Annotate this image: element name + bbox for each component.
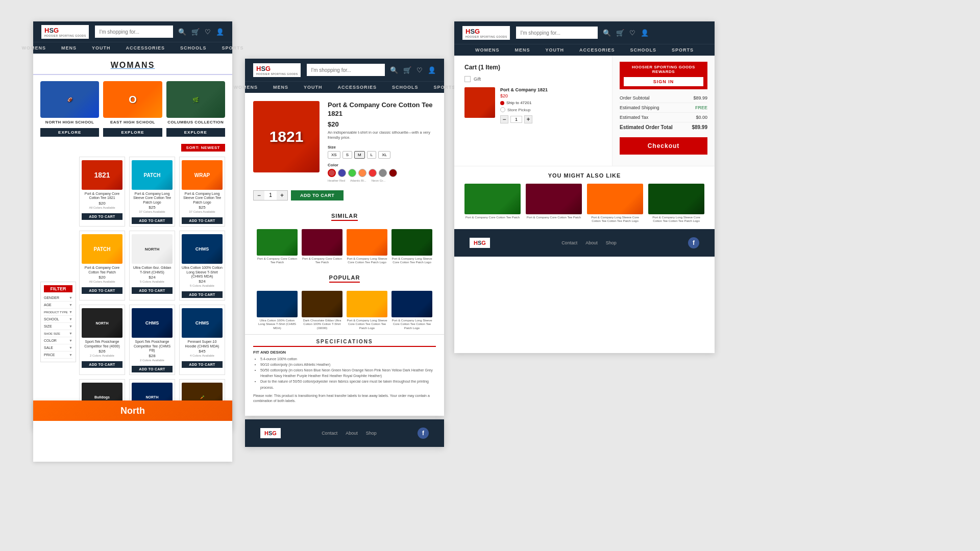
size-s[interactable]: S <box>342 151 352 159</box>
nav-accessories[interactable]: ACCESSORIES <box>126 45 165 51</box>
nav-schools[interactable]: SCHOOLS <box>180 45 207 51</box>
footer-shop-3[interactable]: Shop <box>606 240 617 245</box>
popular-item-0[interactable]: Ultra Cotton 100% Cotton Long Sleeve T-S… <box>257 291 298 330</box>
nav-sports[interactable]: SPORTS <box>222 45 244 51</box>
popular-item-1[interactable]: Dark Chocolate Gildan Ultra Cotton 100% … <box>302 291 342 330</box>
nav3-womens[interactable]: WOMENS <box>475 47 500 53</box>
product-card-1[interactable]: PATCH Port & Company Long Sleeve Core Co… <box>129 157 175 227</box>
qty-increase[interactable]: + <box>277 191 287 200</box>
footer-about-3[interactable]: About <box>585 240 598 245</box>
nav2-womens[interactable]: WOMENS <box>233 85 258 90</box>
footer-logo-2[interactable]: HSG <box>260 428 281 438</box>
user-icon-3[interactable]: 👤 <box>641 29 649 37</box>
filter-shoe-size[interactable]: SHOE SIZE▼ <box>44 330 72 337</box>
sign-in-button[interactable]: SIGN IN <box>624 77 703 86</box>
filter-price[interactable]: PRICE▼ <box>44 352 72 359</box>
nav-womens[interactable]: WOMENS <box>21 45 46 51</box>
checkout-button[interactable]: Checkout <box>620 137 707 155</box>
cart-icon-2[interactable]: 🛒 <box>403 66 411 74</box>
add-to-cart-1[interactable]: ADD TO CART <box>132 217 173 224</box>
footer-facebook-2[interactable]: f <box>418 428 429 439</box>
filter-product-type[interactable]: PRODUCT TYPE▼ <box>44 309 72 316</box>
popular-item-2[interactable]: Port & Company Long Sleeve Core Cotton T… <box>347 291 387 330</box>
product-card-6[interactable]: NORTH Sport-Tek Posicharge Competitor Te… <box>79 305 125 374</box>
product-card-4[interactable]: NORTH Ultra Cotton 6oz. Gildan T-Shirt (… <box>129 231 175 300</box>
wishlist-icon[interactable]: ♡ <box>205 28 211 36</box>
nav2-schools[interactable]: SCHOOLS <box>392 85 419 90</box>
color-steel-grey[interactable] <box>379 169 387 177</box>
logo-panel2[interactable]: HSG HOOSIER SPORTING GOODS <box>253 63 301 77</box>
nav-mens[interactable]: MENS <box>61 45 77 51</box>
size-s[interactable]: XS <box>328 151 340 159</box>
color-cardinal[interactable] <box>389 169 397 177</box>
yml-item-0[interactable]: Port & Company Core Cotton Tee Patch <box>464 184 521 223</box>
explore-columbus-btn[interactable]: EXPLORE <box>166 128 225 137</box>
nav3-mens[interactable]: MENS <box>514 47 530 53</box>
similar-item-0[interactable]: Port & Company Core Cotton Tee Patch <box>257 229 298 264</box>
product-card-7[interactable]: CHMS Sport-Tek Posicharge Competitor Tee… <box>129 305 175 374</box>
explore-east-btn[interactable]: EXPLORE <box>103 128 162 137</box>
add-to-cart-8[interactable]: ADD TO CART <box>182 361 223 368</box>
size-l[interactable]: L <box>367 151 376 159</box>
search-input[interactable] <box>95 26 173 38</box>
footer-logo-3[interactable]: HSG <box>470 238 490 248</box>
product-card-3[interactable]: PATCH Port & Company Core Cotton Tee Pat… <box>79 231 125 300</box>
size-m[interactable]: M <box>354 151 365 159</box>
footer-contact-3[interactable]: Contact <box>561 240 577 245</box>
filter-school[interactable]: SCHOOL▼ <box>44 316 72 323</box>
yml-item-2[interactable]: Port & Company Long Sleeve Core Cotton T… <box>587 184 643 223</box>
filter-size[interactable]: SIZE▼ <box>44 323 72 330</box>
yml-item-1[interactable]: Port & Company Core Cotton Tee Patch <box>526 184 582 223</box>
similar-item-2[interactable]: Port & Company Long Sleeve Core Cotton T… <box>347 229 387 264</box>
gift-checkbox[interactable] <box>464 76 471 82</box>
add-to-cart-2[interactable]: ADD TO CART <box>182 217 223 224</box>
logo-panel1[interactable]: HSG HOOSIER SPORTING GOODS <box>41 25 89 39</box>
footer-contact-2[interactable]: Contact <box>322 431 337 436</box>
add-to-cart-6[interactable]: ADD TO CART <box>82 361 122 368</box>
logo-panel3[interactable]: HSG HOOSIER SPORTING GOODS <box>462 26 510 40</box>
search-icon-2[interactable]: 🔍 <box>390 66 398 74</box>
cart-icon-3[interactable]: 🛒 <box>616 29 624 37</box>
filter-sale[interactable]: SALE▼ <box>44 344 72 352</box>
add-to-cart-4[interactable]: ADD TO CART <box>132 287 173 294</box>
qty-decrease[interactable]: − <box>254 191 264 200</box>
similar-item-1[interactable]: Port & Company Core Cotton Tee Patch <box>302 229 342 264</box>
product-card-8[interactable]: CHMS Pennant Super-10 Hoodie (CHMS MDA) … <box>179 305 225 374</box>
nav3-schools[interactable]: SCHOOLS <box>630 47 657 53</box>
cart-qty-increase[interactable]: + <box>524 115 532 123</box>
nav3-accessories[interactable]: ACCESORIES <box>579 47 615 53</box>
search-input-3[interactable] <box>516 27 598 39</box>
product-card-0[interactable]: 1821 Port & Company Core Cotton Tee 1821… <box>79 157 125 227</box>
store-pickup-radio[interactable] <box>500 107 505 112</box>
color-neon-red[interactable] <box>369 169 377 177</box>
footer-shop-2[interactable]: Shop <box>366 431 377 436</box>
explore-north-btn[interactable]: EXPLORE <box>40 128 99 137</box>
nav3-youth[interactable]: YOUTH <box>545 47 564 53</box>
product-card-5[interactable]: CHMS Ultra Cotton 100% Cotton Long Sleev… <box>179 231 225 300</box>
filter-age[interactable]: AGE▼ <box>44 302 72 309</box>
search-icon[interactable]: 🔍 <box>178 28 186 36</box>
sort-button[interactable]: SORT: NEWEST <box>181 144 225 152</box>
color-heather-red[interactable] <box>328 169 336 177</box>
color-neon-orange[interactable] <box>358 169 366 177</box>
nav2-sports[interactable]: SPORTS <box>434 85 456 90</box>
footer-about-2[interactable]: About <box>346 431 358 436</box>
nav-youth[interactable]: YOUTH <box>92 45 111 51</box>
similar-item-3[interactable]: Port & Company Long Sleeve Core Cotton T… <box>391 229 432 264</box>
wishlist-icon-3[interactable]: ♡ <box>629 29 635 37</box>
user-icon-2[interactable]: 👤 <box>428 66 436 74</box>
nav2-accessories[interactable]: ACCESSORIES <box>337 85 377 90</box>
cart-qty-decrease[interactable]: − <box>500 115 508 123</box>
nav2-youth[interactable]: YOUTH <box>304 85 323 90</box>
search-icon-3[interactable]: 🔍 <box>603 29 611 37</box>
wishlist-icon-2[interactable]: ♡ <box>416 66 423 74</box>
add-to-cart-5[interactable]: ADD TO CART <box>182 291 223 298</box>
add-to-cart-0[interactable]: ADD TO CART <box>82 213 122 220</box>
filter-color[interactable]: COLOR▼ <box>44 337 72 344</box>
popular-item-3[interactable]: Port & Company Long Sleeve Core Cotton T… <box>391 291 432 330</box>
color-atlantic-blue[interactable] <box>338 169 346 177</box>
filter-gender[interactable]: GENDER▼ <box>44 294 72 302</box>
product-card-2[interactable]: WRAP Port & Company Long Sleeve Core Cot… <box>179 157 225 227</box>
color-neon-green[interactable] <box>348 169 356 177</box>
footer-facebook-3[interactable]: f <box>688 237 699 248</box>
